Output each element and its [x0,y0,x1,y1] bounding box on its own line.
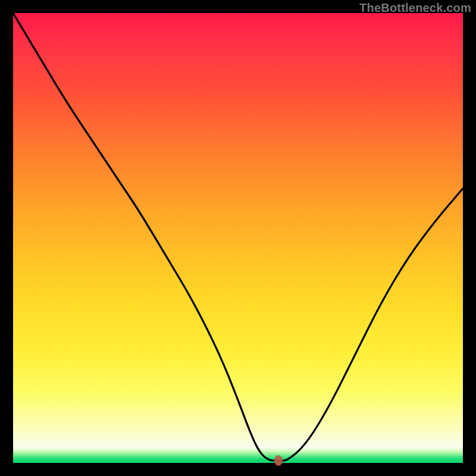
bottleneck-curve-path [13,13,463,461]
plot-area [13,13,463,463]
optimal-point-marker [274,455,283,466]
curve-svg [13,13,463,463]
chart-frame: TheBottleneck.com [0,0,476,476]
